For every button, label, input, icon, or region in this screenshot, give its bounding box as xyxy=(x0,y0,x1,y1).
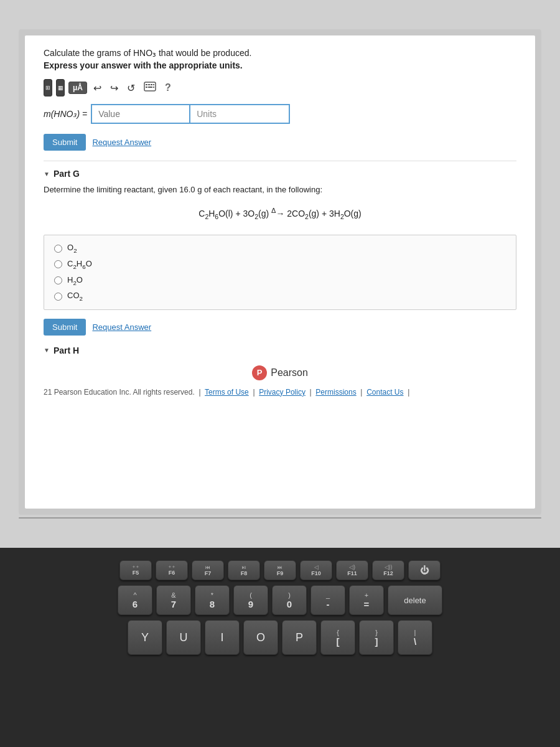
submit-row: Submit Request Answer xyxy=(44,134,516,151)
key-f12[interactable]: ◁)) F12 xyxy=(372,560,404,580)
radio-option-c2h6o[interactable]: C2H6O xyxy=(54,259,506,270)
submit-button[interactable]: Submit xyxy=(44,134,86,151)
key-6[interactable]: ^ 6 xyxy=(118,585,152,615)
pearson-logo-text: Pearson xyxy=(271,367,308,378)
radio-input-c2h6o[interactable] xyxy=(54,260,62,268)
mu-button[interactable]: μÅ xyxy=(68,82,87,94)
submit-row-g: Submit Request Answer xyxy=(44,319,516,336)
toolbar: ⊞ ▦ μÅ ↩ ↪ ↺ xyxy=(44,79,516,96)
radio-label-o2: O2 xyxy=(67,243,77,254)
svg-rect-7 xyxy=(153,87,154,88)
svg-rect-3 xyxy=(151,84,152,85)
undo-button[interactable]: ↩ xyxy=(91,81,104,95)
num-row: ^ 6 & 7 * 8 ( 9 ) 0 _ - + = delete xyxy=(118,585,442,615)
key-0[interactable]: ) 0 xyxy=(272,585,307,615)
request-answer-button-g[interactable]: Request Answer xyxy=(92,322,151,332)
units-label: Units xyxy=(197,109,217,119)
help-button[interactable]: ? xyxy=(162,81,174,95)
part-g-label: Part G xyxy=(54,169,80,179)
keyboard-area: ✦✦ F5 ✦✦ F6 ⏮ F7 ⏯ F8 ⏭ F9 ◁ F10 ◁) F11 … xyxy=(0,548,560,747)
key-f10[interactable]: ◁ F10 xyxy=(300,560,332,580)
collapse-triangle-h: ▼ xyxy=(44,347,50,354)
key-8[interactable]: * 8 xyxy=(195,585,230,615)
key-9[interactable]: ( 9 xyxy=(233,585,268,615)
key-f8[interactable]: ⏯ F8 xyxy=(228,560,260,580)
equation-text: C2H6O(l) + 3O2(g) Δ→ 2CO2(g) + 3H2O(g) xyxy=(198,209,361,218)
radio-input-co2[interactable] xyxy=(54,293,62,301)
contact-link[interactable]: Contact Us xyxy=(366,388,403,397)
radio-input-h2o[interactable] xyxy=(54,276,62,284)
svg-rect-4 xyxy=(153,84,154,85)
radio-label-h2o: H2O xyxy=(67,275,83,286)
radio-option-co2[interactable]: CO2 xyxy=(54,291,506,302)
radio-label-c2h6o: C2H6O xyxy=(67,259,92,270)
radio-label-co2: CO2 xyxy=(67,291,83,302)
screen-area: Calculate the grams of HNO₃ that would b… xyxy=(0,0,560,548)
radio-option-h2o[interactable]: H2O xyxy=(54,275,506,286)
part-h-header[interactable]: ▼ Part H xyxy=(44,345,516,355)
fn-row: ✦✦ F5 ✦✦ F6 ⏮ F7 ⏯ F8 ⏭ F9 ◁ F10 ◁) F11 … xyxy=(119,560,441,580)
pearson-footer: P Pearson xyxy=(44,355,516,385)
permissions-link[interactable]: Permissions xyxy=(315,388,356,397)
request-answer-button[interactable]: Request Answer xyxy=(92,138,151,147)
pearson-logo: P Pearson xyxy=(252,365,308,380)
part-g-header[interactable]: ▼ Part G xyxy=(44,169,516,179)
svg-rect-6 xyxy=(148,87,152,88)
key-equals[interactable]: + = xyxy=(349,585,384,615)
key-f11[interactable]: ◁) F11 xyxy=(336,560,368,580)
key-delete[interactable]: delete xyxy=(388,585,442,615)
pearson-circle-icon: P xyxy=(252,365,267,380)
key-f6[interactable]: ✦✦ F6 xyxy=(156,560,188,580)
key-f7[interactable]: ⏮ F7 xyxy=(192,560,224,580)
privacy-link[interactable]: Privacy Policy xyxy=(259,388,306,397)
reset-button[interactable]: ↺ xyxy=(124,81,138,95)
key-brace-open[interactable]: { [ xyxy=(320,620,355,655)
key-f9[interactable]: ⏭ F9 xyxy=(264,560,296,580)
value-input[interactable] xyxy=(91,104,190,124)
radio-group: O2 C2H6O H2O CO2 xyxy=(44,235,516,309)
key-i[interactable]: I xyxy=(205,620,240,655)
key-p[interactable]: P xyxy=(282,620,317,655)
submit-button-g[interactable]: Submit xyxy=(44,319,86,336)
answer-row: m(HNO₃) = Units xyxy=(44,104,516,124)
svg-rect-2 xyxy=(148,84,150,85)
key-7[interactable]: & 7 xyxy=(156,585,191,615)
key-o[interactable]: O xyxy=(243,620,278,655)
key-minus[interactable]: _ - xyxy=(310,585,345,615)
key-brace-close[interactable]: } ] xyxy=(359,620,394,655)
divider xyxy=(44,161,516,161)
part-h-label: Part H xyxy=(54,345,79,355)
key-backslash[interactable]: | \ xyxy=(398,620,432,655)
radio-input-o2[interactable] xyxy=(54,245,62,253)
footer-links: 21 Pearson Education Inc. All rights res… xyxy=(44,385,516,397)
keyboard-button[interactable] xyxy=(141,80,159,95)
svg-rect-5 xyxy=(146,87,147,88)
key-u[interactable]: U xyxy=(166,620,201,655)
answer-label: m(HNO₃) = xyxy=(44,109,87,119)
grid-icon[interactable]: ⊞ xyxy=(44,79,52,96)
redo-button[interactable]: ↪ xyxy=(108,81,121,95)
content-area: Calculate the grams of HNO₃ that would b… xyxy=(25,35,535,509)
question-line1: Calculate the grams of HNO₃ that would b… xyxy=(44,48,516,58)
key-y[interactable]: Y xyxy=(128,620,162,655)
units-dropdown[interactable]: Units xyxy=(190,104,290,124)
radio-option-o2[interactable]: O2 xyxy=(54,243,506,254)
key-f5[interactable]: ✦✦ F5 xyxy=(119,560,152,580)
part-g-question: Determine the limiting reactant, given 1… xyxy=(44,185,516,194)
screen-content: Calculate the grams of HNO₃ that would b… xyxy=(19,29,541,515)
question-line2: Express your answer with the appropriate… xyxy=(44,60,516,70)
collapse-triangle: ▼ xyxy=(44,171,50,177)
screen-divider xyxy=(19,517,541,519)
terms-link[interactable]: Terms of Use xyxy=(205,388,249,397)
footer-copyright: 21 Pearson Education Inc. All rights res… xyxy=(44,388,195,397)
letter-row1: Y U I O P { [ } ] | \ xyxy=(128,620,432,655)
equation-display: C2H6O(l) + 3O2(g) Δ→ 2CO2(g) + 3H2O(g) xyxy=(44,202,516,225)
table-icon[interactable]: ▦ xyxy=(56,79,65,96)
svg-rect-1 xyxy=(146,84,147,85)
key-power[interactable]: ⏻ xyxy=(408,560,441,580)
